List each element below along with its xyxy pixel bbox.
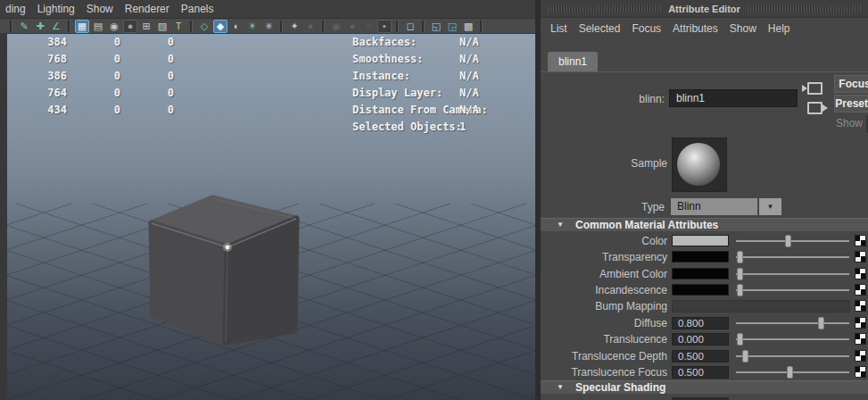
slider-handle[interactable] — [737, 284, 743, 296]
slider-handle[interactable] — [742, 350, 748, 362]
translucence-input[interactable]: 0.000 — [672, 333, 729, 346]
color-slider[interactable] — [736, 235, 849, 247]
diffuse-slider[interactable] — [736, 317, 849, 329]
hud-row: Display Layer:N/A — [352, 87, 535, 104]
slider-handle[interactable] — [787, 366, 793, 379]
slider-handle[interactable] — [737, 333, 743, 346]
safe-action-icon[interactable]: ▨ — [155, 20, 169, 33]
slider-handle[interactable] — [737, 251, 743, 263]
texture-map-icon[interactable] — [855, 284, 866, 296]
ambient-color-swatch[interactable] — [672, 268, 729, 279]
isolate-select-icon[interactable]: ◻ — [403, 20, 417, 33]
resolution-gate-icon[interactable]: ◉ — [107, 20, 121, 33]
ae-menu-selected[interactable]: Selected — [579, 22, 621, 35]
attr-row-bump-mapping: Bump Mapping — [541, 298, 868, 314]
bump-mapping-field[interactable] — [672, 300, 850, 312]
collapse-arrow-icon[interactable]: ▼ — [557, 221, 564, 229]
lighting-mode-icon[interactable]: ◐ — [229, 20, 244, 33]
slider-handle[interactable] — [737, 268, 743, 280]
ae-menu-help[interactable]: Help — [768, 22, 790, 35]
ambient-color-slider[interactable] — [736, 268, 849, 280]
safe-title-icon[interactable]: T — [171, 20, 186, 33]
paste-layer-icon[interactable]: ◲ — [445, 20, 459, 33]
ae-menu-list[interactable]: List — [550, 22, 567, 35]
color-swatch[interactable] — [672, 235, 729, 246]
menu-show[interactable]: Show — [87, 3, 113, 15]
film-gate-icon[interactable]: ▤ — [91, 20, 105, 33]
attribute-editor-menu: ListSelectedFocusAttributesShowHelp — [541, 18, 868, 39]
toolbar-separator — [10, 21, 12, 32]
menu-ding[interactable]: ding — [5, 3, 26, 15]
shaded-mode-icon[interactable]: ◆ — [213, 20, 227, 33]
tab-bar-underline — [541, 71, 868, 72]
breakout-tab-icon[interactable] — [807, 102, 823, 114]
focus-button[interactable]: Focus — [834, 75, 868, 93]
transparency-slider[interactable] — [736, 251, 849, 263]
texture-map-icon[interactable] — [855, 350, 866, 362]
menu-panels[interactable]: Panels — [181, 3, 214, 15]
gate-mask-icon[interactable]: ● — [123, 20, 137, 33]
translucence-focus-input[interactable]: 0.500 — [672, 366, 729, 379]
material-type-dropdown[interactable]: Blinn — [671, 198, 757, 215]
cube-mesh[interactable] — [152, 198, 296, 342]
hud-row: Smoothness:N/A — [352, 53, 535, 70]
wireframe-mode-icon[interactable]: ◇ — [197, 20, 211, 33]
presets-button[interactable]: Presets — [834, 95, 868, 112]
attr-row-transparency: Transparency — [541, 249, 868, 265]
diffuse-input[interactable]: 0.800 — [672, 317, 729, 329]
field-chart-icon[interactable]: ⊞ — [139, 20, 153, 33]
motion-blur-icon[interactable]: ● — [345, 20, 360, 33]
textured-mode-icon[interactable]: ☀ — [245, 20, 260, 33]
slider-handle[interactable] — [818, 317, 824, 329]
texture-map-icon[interactable] — [855, 366, 866, 378]
snap-move-icon[interactable]: ✚ — [33, 20, 47, 33]
section-specular-shading[interactable]: ▼ Specular Shading — [541, 380, 868, 394]
measure-tool-icon[interactable]: ∠ — [49, 20, 63, 33]
transparency-swatch[interactable] — [672, 251, 729, 262]
ae-menu-show[interactable]: Show — [730, 22, 756, 35]
section-common-material-attributes[interactable]: ▼ Common Material Attributes — [541, 218, 868, 231]
attribute-editor-titlebar[interactable]: Attribute Editor — [541, 0, 868, 18]
copy-layer-icon[interactable]: ◱ — [429, 20, 443, 33]
translucence-slider[interactable] — [736, 333, 849, 346]
attr-row-color: Color — [541, 233, 868, 249]
texture-map-icon[interactable] — [855, 333, 866, 345]
shadows-icon[interactable]: ● — [303, 20, 318, 33]
image-plane-icon[interactable]: ▩ — [461, 20, 475, 33]
hud-row: Selected Objects:1 — [352, 121, 535, 138]
menu-lighting[interactable]: Lighting — [37, 3, 75, 15]
perspective-viewport[interactable]: 3840076800386007640043400 Backfaces:N/AS… — [7, 34, 535, 400]
ae-menu-attributes[interactable]: Attributes — [673, 22, 718, 35]
texture-map-icon[interactable] — [855, 268, 866, 279]
ao-icon[interactable]: ◉ — [329, 20, 343, 33]
all-lights-icon[interactable]: ✳ — [261, 20, 276, 33]
chevron-down-icon[interactable]: ▼ — [759, 198, 781, 215]
texture-map-icon[interactable] — [855, 300, 866, 312]
tab-blinn1[interactable]: blinn1 — [548, 52, 598, 71]
panel-toolbar-icons: ✎✚∠▦▤◉●⊞▨T◇◆◐☀✳✦●◉●○▪◻◱◲▩ — [0, 19, 535, 34]
dof-icon[interactable]: ▪ — [377, 20, 392, 33]
default-lighting-icon[interactable]: ✦ — [287, 20, 302, 33]
copy-tab-icon[interactable] — [807, 82, 823, 95]
slider-handle[interactable] — [785, 235, 791, 247]
panel-menubar: dingLightingShowRendererPanels — [0, 0, 535, 19]
ae-menu-focus[interactable]: Focus — [632, 22, 661, 35]
paint-effects-icon[interactable]: ✎ — [17, 20, 31, 33]
texture-map-icon[interactable] — [855, 251, 866, 262]
collapse-arrow-icon[interactable]: ▼ — [557, 383, 564, 391]
incandescence-slider[interactable] — [736, 284, 849, 296]
texture-map-icon[interactable] — [855, 235, 866, 246]
grid-icon[interactable]: ▦ — [75, 20, 89, 33]
hud-row: Instance:N/A — [352, 70, 535, 87]
translucence-depth-slider[interactable] — [736, 350, 849, 362]
multisample-icon[interactable]: ○ — [361, 20, 376, 33]
incandescence-swatch[interactable] — [672, 284, 729, 296]
node-name-input[interactable]: blinn1 — [669, 89, 798, 107]
translucence-depth-input[interactable]: 0.500 — [672, 350, 729, 362]
texture-map-icon[interactable] — [855, 317, 866, 329]
material-sample-swatch[interactable] — [672, 138, 727, 192]
menu-renderer[interactable]: Renderer — [125, 3, 169, 15]
hud-row: Distance From Camera:N/A — [352, 104, 535, 121]
show-button[interactable]: Show — [836, 117, 863, 129]
translucence-focus-slider[interactable] — [736, 366, 849, 379]
